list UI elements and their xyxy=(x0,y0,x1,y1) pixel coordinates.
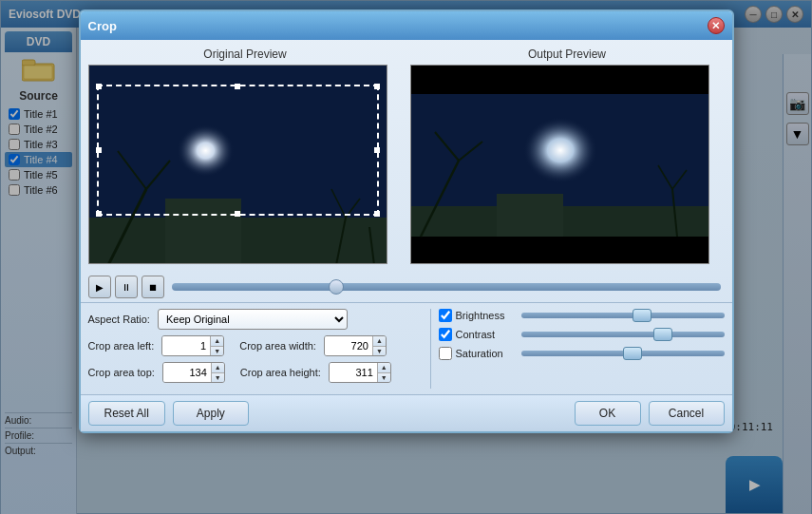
output-preview-label: Output Preview xyxy=(410,48,725,61)
brightness-label: Brightness xyxy=(456,310,518,321)
aspect-ratio-label: Aspect Ratio: xyxy=(88,314,150,325)
saturation-row: Saturation xyxy=(439,347,725,360)
apply-button[interactable]: Apply xyxy=(173,401,249,426)
brightness-checkbox[interactable] xyxy=(439,309,452,322)
crop-area-top-down[interactable]: ▼ xyxy=(212,373,224,384)
crop-area-width-spinner[interactable]: ▲ ▼ xyxy=(372,335,386,356)
crop-handle-ml[interactable] xyxy=(96,147,102,153)
dialog-buttons: Reset All Apply OK Cancel xyxy=(81,394,732,431)
contrast-row: Contrast xyxy=(439,328,725,341)
reset-all-button[interactable]: Reset All xyxy=(88,401,165,426)
brightness-thumb[interactable] xyxy=(633,309,651,322)
crop-dialog: Crop ✕ Original Preview xyxy=(79,10,734,433)
crop-top-row: Crop area top: ▲ ▼ Crop area height: xyxy=(88,362,423,383)
original-preview-panel: Original Preview xyxy=(88,48,403,264)
crop-area-top-label: Crop area top: xyxy=(88,367,155,378)
contrast-label: Contrast xyxy=(456,329,518,340)
crop-handle-bc[interactable] xyxy=(235,211,240,217)
brightness-slider[interactable] xyxy=(521,313,725,318)
crop-left-row: Crop area left: ▲ ▼ Crop area width: xyxy=(88,335,423,356)
dialog-titlebar: Crop ✕ xyxy=(81,11,732,40)
settings-columns: Aspect Ratio: Keep Original 16:9 4:3 1:1… xyxy=(88,309,725,389)
crop-area-top-input-container: ▲ ▼ xyxy=(162,362,225,383)
aspect-ratio-select[interactable]: Keep Original 16:9 4:3 1:1 xyxy=(158,309,348,330)
cancel-button[interactable]: Cancel xyxy=(649,401,725,426)
right-buttons: OK Cancel xyxy=(575,401,725,426)
original-preview-label: Original Preview xyxy=(88,48,403,61)
crop-area-left-spinner[interactable]: ▲ ▼ xyxy=(210,335,223,356)
crop-area-width-up[interactable]: ▲ xyxy=(373,335,386,347)
ok-button[interactable]: OK xyxy=(575,401,641,426)
output-preview-canvas xyxy=(410,65,709,264)
saturation-thumb[interactable] xyxy=(623,347,642,360)
crop-handle-mr[interactable] xyxy=(374,147,380,153)
modal-overlay: Crop ✕ Original Preview xyxy=(0,0,812,514)
crop-handle-tr[interactable] xyxy=(374,84,380,89)
preview-area: Original Preview xyxy=(81,40,732,272)
crop-handle-br[interactable] xyxy=(374,211,380,217)
settings-right-col: Brightness Contrast xyxy=(430,309,725,389)
left-buttons: Reset All Apply xyxy=(88,401,249,426)
contrast-checkbox[interactable] xyxy=(439,328,452,341)
crop-area-top-up[interactable]: ▲ xyxy=(212,362,224,373)
crop-area-top-input[interactable] xyxy=(163,362,211,383)
crop-area-left-down[interactable]: ▼ xyxy=(211,347,223,357)
crop-selection[interactable] xyxy=(97,85,379,216)
crop-handle-bl[interactable] xyxy=(96,211,102,217)
crop-area-width-input[interactable] xyxy=(325,335,372,356)
crop-area-left-up[interactable]: ▲ xyxy=(211,335,223,347)
playback-controls: ▶ ⏸ ⏹ xyxy=(81,272,732,302)
output-preview-panel: Output Preview xyxy=(410,48,725,264)
brightness-row: Brightness xyxy=(439,309,725,322)
saturation-label: Saturation xyxy=(456,348,518,359)
crop-area-height-input[interactable] xyxy=(330,362,377,383)
contrast-thumb[interactable] xyxy=(653,328,672,341)
crop-area-width-label: Crop area width: xyxy=(239,340,316,352)
original-preview-canvas xyxy=(88,65,387,264)
svg-rect-18 xyxy=(497,194,563,237)
crop-area-left-input-container: ▲ ▼ xyxy=(161,335,224,356)
contrast-slider[interactable] xyxy=(521,332,725,337)
output-preview-svg xyxy=(411,66,709,264)
settings-area: Aspect Ratio: Keep Original 16:9 4:3 1:1… xyxy=(81,302,732,394)
crop-area-height-down[interactable]: ▼ xyxy=(378,373,390,384)
crop-handle-tc[interactable] xyxy=(235,84,240,89)
crop-area-top-spinner[interactable]: ▲ ▼ xyxy=(211,362,224,383)
crop-area-width-input-container: ▲ ▼ xyxy=(324,335,387,356)
crop-handle-tl[interactable] xyxy=(96,84,102,89)
saturation-slider[interactable] xyxy=(521,351,725,356)
settings-left-col: Aspect Ratio: Keep Original 16:9 4:3 1:1… xyxy=(88,309,423,389)
crop-area-height-input-container: ▲ ▼ xyxy=(329,362,391,383)
crop-area-left-label: Crop area left: xyxy=(88,340,155,352)
dialog-close-button[interactable]: ✕ xyxy=(708,17,725,34)
crop-area-width-down[interactable]: ▼ xyxy=(373,347,386,357)
dialog-title: Crop xyxy=(88,19,708,33)
crop-area-height-spinner[interactable]: ▲ ▼ xyxy=(377,362,390,383)
aspect-ratio-row: Aspect Ratio: Keep Original 16:9 4:3 1:1 xyxy=(88,309,423,330)
seek-thumb[interactable] xyxy=(329,279,344,295)
crop-area-height-up[interactable]: ▲ xyxy=(378,362,390,373)
crop-area-left-input[interactable] xyxy=(162,335,210,356)
play-button[interactable]: ▶ xyxy=(88,276,111,298)
stop-button[interactable]: ⏹ xyxy=(142,276,164,298)
seek-slider[interactable] xyxy=(172,283,721,291)
saturation-checkbox[interactable] xyxy=(439,347,452,360)
pause-button[interactable]: ⏸ xyxy=(115,276,138,298)
crop-area-height-label: Crop area height: xyxy=(240,367,321,378)
